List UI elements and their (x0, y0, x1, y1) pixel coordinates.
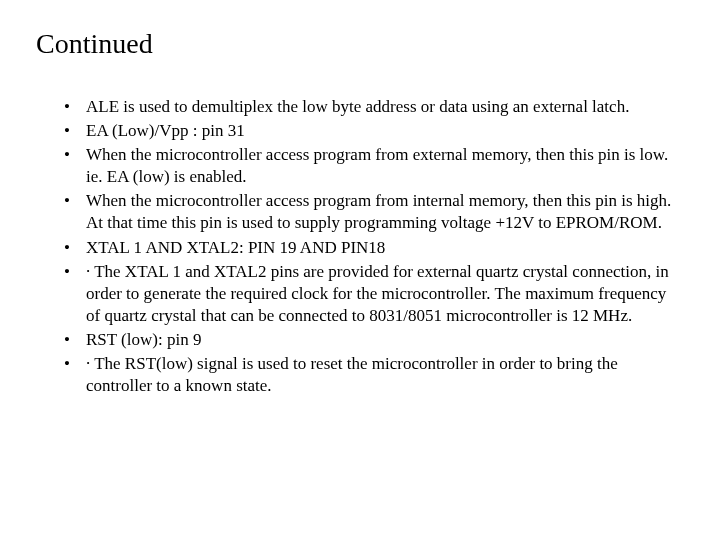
list-item: · The RST(low) signal is used to reset t… (64, 353, 684, 397)
list-item: XTAL 1 AND XTAL2: PIN 19 AND PIN18 (64, 237, 684, 259)
bullet-list: ALE is used to demultiplex the low byte … (36, 96, 684, 397)
page-title: Continued (36, 28, 684, 60)
list-item: RST (low): pin 9 (64, 329, 684, 351)
list-item: EA (Low)/Vpp : pin 31 (64, 120, 684, 142)
list-item: When the microcontroller access program … (64, 190, 684, 234)
list-item: ALE is used to demultiplex the low byte … (64, 96, 684, 118)
list-item: · The XTAL 1 and XTAL2 pins are provided… (64, 261, 684, 327)
list-item: When the microcontroller access program … (64, 144, 684, 188)
